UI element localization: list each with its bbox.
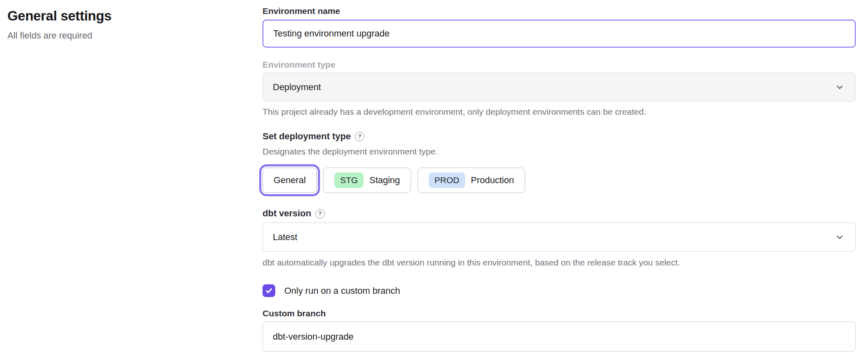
chevron-down-icon [835,232,845,242]
dbt-version-heading: dbt version ? [263,208,856,219]
deployment-type-helper: Designates the deployment environment ty… [263,146,856,157]
dbt-version-helper: dbt automatically upgrades the dbt versi… [263,257,856,268]
custom-branch-toggle-label[interactable]: Only run on a custom branch [284,286,400,296]
deployment-type-option-label: General [274,175,306,186]
deployment-type-option-label: Staging [369,175,400,186]
staging-badge: STG [334,172,363,188]
settings-header: General settings All fields are required [7,8,237,41]
deployment-type-option-production[interactable]: PROD Production [418,168,525,193]
custom-branch-checkbox[interactable] [263,284,275,297]
custom-branch-label: Custom branch [263,308,856,319]
dbt-version-heading-text: dbt version [263,208,311,219]
checkmark-icon [265,287,273,295]
page-subtitle: All fields are required [7,30,237,41]
dbt-version-value: Latest [273,232,297,243]
environment-type-label: Environment type [263,59,856,70]
custom-branch-input[interactable] [263,322,856,352]
dbt-version-select[interactable]: Latest [263,222,856,252]
environment-settings-page: General settings All fields are required… [0,0,868,354]
settings-form: Environment name Environment type Deploy… [263,0,856,352]
deployment-type-option-staging[interactable]: STG Staging [323,168,411,193]
help-icon[interactable]: ? [315,209,325,218]
page-title: General settings [7,8,237,24]
environment-type-helper: This project already has a development e… [263,106,856,117]
environment-name-label: Environment name [263,6,856,16]
deployment-type-heading: Set deployment type ? [263,131,856,142]
production-badge: PROD [429,172,465,188]
custom-branch-toggle-row: Only run on a custom branch [263,284,856,297]
help-icon[interactable]: ? [355,132,364,141]
deployment-type-options: General STG Staging PROD Production [263,164,856,196]
environment-type-value: Deployment [273,82,321,93]
deployment-type-option-general[interactable]: General [263,168,317,193]
chevron-down-icon [835,82,845,92]
deployment-type-heading-text: Set deployment type [263,131,351,142]
environment-name-input[interactable] [263,20,856,48]
deployment-type-option-label: Production [471,175,514,186]
environment-type-select[interactable]: Deployment [263,73,856,102]
